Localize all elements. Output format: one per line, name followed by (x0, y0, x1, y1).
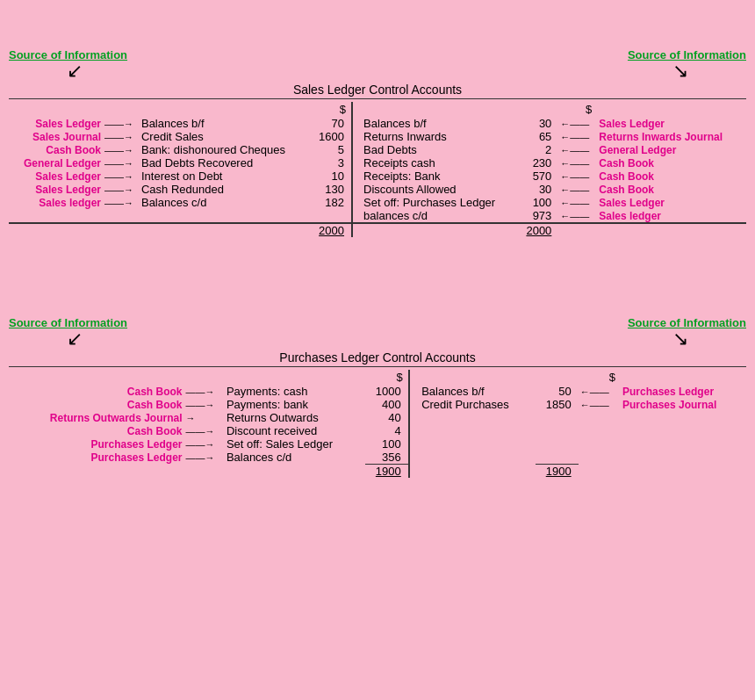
s2-dr-arrow-6: ——→ (184, 451, 226, 465)
s2-cr-amt-2: 1850 (536, 398, 578, 411)
s1-dr-arrow-7: ——→ (103, 196, 141, 209)
s1-dr-ref-1: Sales Ledger (9, 117, 103, 130)
s1-cr-ref-6: Cash Book (597, 183, 746, 196)
s1-cr-arrow-3: ←—— (558, 143, 597, 156)
s2-dr-ref-3: Returns Outwards Journal (9, 411, 184, 424)
s1-cr-amt-8: 973 (520, 209, 558, 223)
s1-dr-amt-6: 130 (313, 183, 352, 196)
s1-dr-ref-6: Sales Ledger (9, 183, 103, 196)
s1-dr-arrow-5: ——→ (103, 170, 141, 183)
s1-dr-amt-1: 70 (313, 117, 352, 130)
s1-dr-arrow-6: ——→ (103, 183, 141, 196)
s1-cr-desc-8: balances c/d (363, 209, 520, 223)
s1-row-7: Sales ledger ——→ Balances c/d 182 Set of… (9, 196, 746, 209)
s2-dr-arrow-5: ——→ (184, 437, 226, 451)
s1-cr-arrow-7: ←—— (558, 196, 597, 209)
s2-dr-amt-2: 400 (365, 398, 409, 411)
s2-dr-total: 1900 (365, 465, 409, 479)
s1-cr-desc-3: Bad Debts (363, 143, 520, 156)
s2-dr-amt-6: 356 (365, 451, 409, 465)
s1-cr-ref-3: General Ledger (597, 143, 746, 156)
s1-cr-ref-2: Returns Inwards Journal (597, 130, 746, 143)
s2-cr-desc-2: Credit Purchases (421, 398, 536, 411)
source-label-right-1: Source of Information ↘ (628, 48, 746, 81)
s1-totals-row: 2000 2000 (9, 223, 746, 237)
s2-totals-row: 1900 1900 (9, 465, 746, 479)
s1-dr-arrow-4: ——→ (103, 156, 141, 170)
s1-dr-desc-2: Credit Sales (141, 130, 313, 143)
s1-cr-amt-2: 65 (520, 130, 558, 143)
s2-dr-ref-5: Purchases Ledger (9, 437, 184, 451)
section2-wrapper: Source of Information ↙ Source of Inform… (9, 281, 746, 478)
s1-cr-desc-1: Balances b/f (363, 117, 520, 130)
arrow-down-left-2: ↙ (67, 329, 83, 349)
s1-cr-amt-5: 570 (520, 170, 558, 183)
section1-title: Sales Ledger Control Accounts (9, 83, 746, 97)
s2-dr-amt-1: 1000 (365, 385, 409, 398)
s1-cr-desc-2: Returns Inwards (363, 130, 520, 143)
source-label-left-2: Source of Information ↙ (9, 316, 127, 349)
s1-dr-desc-5: Interest on Debt (141, 170, 313, 183)
s2-dr-ref-6: Purchases Ledger (9, 451, 184, 465)
s1-cr-amt-6: 30 (520, 183, 558, 196)
s2-row-6: Purchases Ledger ——→ Balances c/d 356 (9, 451, 746, 465)
page-container: Source of Information ↙ Source of Inform… (0, 0, 755, 491)
s2-dr-desc-5: Set off: Sales Ledger (226, 437, 365, 451)
s2-dr-ref-2: Cash Book (9, 398, 184, 411)
s1-dr-ref-5: Sales Ledger (9, 170, 103, 183)
s2-dr-arrow-3: → (184, 411, 226, 424)
s1-row-4: General Ledger ——→ Bad Debts Recovered 3… (9, 156, 746, 170)
s2-dr-amt-5: 100 (365, 437, 409, 451)
s1-dr-desc-7: Balances c/d (141, 196, 313, 209)
s2-dr-desc-6: Balances c/d (226, 451, 365, 465)
s1-dr-ref-2: Sales Journal (9, 130, 103, 143)
s1-cr-ref-5: Cash Book (597, 170, 746, 183)
s2-dr-desc-4: Discount received (226, 424, 365, 437)
s1-dr-amt-4: 3 (313, 156, 352, 170)
s1-dr-amt-5: 10 (313, 170, 352, 183)
s1-cr-total: 2000 (520, 223, 558, 237)
s2-dr-amt-4: 4 (365, 424, 409, 437)
s1-row-3: Cash Book ——→ Bank: dishonoured Cheques … (9, 143, 746, 156)
s1-row-2: Sales Journal ——→ Credit Sales 1600 Retu… (9, 130, 746, 143)
s1-cr-amt-1: 30 (520, 117, 558, 130)
s2-dr-arrow-4: ——→ (184, 424, 226, 437)
s2-row-5: Purchases Ledger ——→ Set off: Sales Ledg… (9, 437, 746, 451)
s1-dr-desc-6: Cash Redunded (141, 183, 313, 196)
s2-cr-ref-2: Purchases Journal (621, 398, 746, 411)
s2-dr-desc-1: Payments: cash (226, 385, 365, 398)
s2-row-4: Cash Book ——→ Discount received 4 (9, 424, 746, 437)
s2-row-2: Cash Book ——→ Payments: bank 400 Credit … (9, 398, 746, 411)
arrow-down-right-1: ↘ (672, 61, 688, 81)
source-label-left-1: Source of Information ↙ (9, 48, 127, 81)
s1-dr-desc-4: Bad Debts Recovered (141, 156, 313, 170)
debit-currency: $ (313, 102, 352, 117)
s2-cr-ref-1: Purchases Ledger (621, 385, 746, 398)
arrow-down-right-2: ↘ (672, 329, 688, 349)
s2-cr-arrow-2: ←—— (579, 398, 621, 411)
section2-title: Purchases Ledger Control Accounts (9, 350, 746, 364)
s2-row-3: Returns Outwards Journal → Returns Outwa… (9, 411, 746, 424)
s2-dr-arrow-2: ——→ (184, 398, 226, 411)
s2-dr-arrow-1: ——→ (184, 385, 226, 398)
s1-dr-desc-3: Bank: dishonoured Cheques (141, 143, 313, 156)
credit-currency: $ (558, 102, 597, 117)
s1-cr-amt-4: 230 (520, 156, 558, 170)
s1-row-8: balances c/d 973 ←—— Sales ledger (9, 209, 746, 223)
s1-dr-ref-7: Sales ledger (9, 196, 103, 209)
s1-cr-ref-4: Cash Book (597, 156, 746, 170)
s2-dr-ref-4: Cash Book (9, 424, 184, 437)
s1-cr-amt-3: 2 (520, 143, 558, 156)
s2-row-1: Cash Book ——→ Payments: cash 1000 Balanc… (9, 385, 746, 398)
s2-dr-amt-3: 40 (365, 411, 409, 424)
s1-cr-arrow-8: ←—— (558, 209, 597, 223)
s2-cr-amt-1: 50 (536, 385, 578, 398)
s1-cr-ref-8: Sales ledger (597, 209, 746, 223)
s1-cr-desc-7: Set off: Purchases Ledger (363, 196, 520, 209)
s1-row-6: Sales Ledger ——→ Cash Redunded 130 Disco… (9, 183, 746, 196)
s1-cr-arrow-6: ←—— (558, 183, 597, 196)
section1-table: $ $ Sales Ledger ——→ Balances b/f 70 Bal… (9, 102, 746, 237)
s1-cr-ref-1: Sales Ledger (597, 117, 746, 130)
s1-dr-arrow-1: ——→ (103, 117, 141, 130)
s1-row-5: Sales Ledger ——→ Interest on Debt 10 Rec… (9, 170, 746, 183)
